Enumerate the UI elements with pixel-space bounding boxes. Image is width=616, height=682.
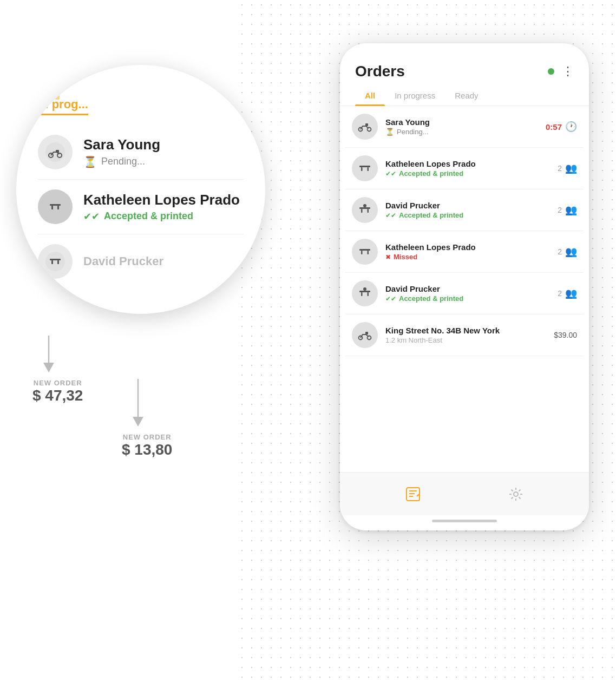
svg-rect-24 (368, 209, 369, 213)
order-people-katheleen-missed: 2 👥 (558, 246, 577, 258)
zoom-icon-scooter (38, 135, 73, 169)
zoom-sara-status: Pending... (101, 156, 145, 167)
zoom-katheleen-status: Accepted & printed (104, 211, 193, 222)
order-icon-table-1 (352, 155, 378, 181)
svg-rect-22 (359, 207, 370, 209)
phone-header: Orders ⋮ (340, 43, 589, 86)
svg-rect-26 (359, 249, 370, 251)
tab-ready[interactable]: Ready (445, 86, 488, 106)
order-name-king-street: King Street No. 34B New York (385, 326, 546, 335)
zoom-order-katheleen: Katheleen Lopes Prado ✔✔ Accepted & prin… (38, 180, 244, 234)
svg-marker-13 (43, 363, 54, 372)
order-icon-scooter-1 (352, 114, 378, 140)
phone-title: Orders (355, 63, 405, 80)
order-status-katheleen-missed: Missed (394, 253, 417, 261)
order-distance-king: 1.2 km North-East (385, 336, 442, 344)
svg-marker-15 (133, 417, 143, 427)
order-icon-table2-1 (352, 197, 378, 223)
phone-mockup: Orders ⋮ All In progress Ready (340, 43, 589, 530)
order-row-katheleen-1[interactable]: Katheleen Lopes Prado ✔✔ Accepted & prin… (345, 148, 584, 189)
svg-rect-21 (368, 167, 369, 171)
order-list: Sara Young ⏳ Pending... 0:57 🕐 (340, 106, 589, 472)
order-status-david-1: Accepted & printed (399, 211, 463, 219)
svg-rect-23 (361, 209, 363, 213)
tab-in-progress[interactable]: In progress (385, 86, 445, 106)
zoom-david-name: David Prucker (83, 254, 163, 268)
order-people-david-1: 2 👥 (558, 204, 577, 216)
zoom-icon-table2 (38, 244, 73, 279)
svg-rect-3 (56, 150, 59, 153)
order-status-david-2: Accepted & printed (399, 294, 463, 303)
annotation-2-label: NEW ORDER (122, 433, 172, 441)
zoom-order-david: David Prucker (38, 234, 244, 288)
svg-rect-18 (365, 123, 368, 126)
order-timer-sara: 0:57 🕐 (546, 121, 577, 133)
svg-rect-6 (51, 206, 53, 209)
order-row-david-2[interactable]: David Prucker ✔✔ Accepted & printed 2 👥 (345, 273, 584, 314)
order-people-david-2: 2 👥 (558, 287, 577, 299)
order-row-king-street[interactable]: King Street No. 34B New York 1.2 km Nort… (345, 314, 584, 356)
zoom-order-sara: Sara Young ⏳ Pending... (38, 125, 244, 180)
svg-rect-27 (361, 251, 363, 254)
svg-rect-7 (57, 206, 59, 209)
svg-point-4 (45, 197, 65, 217)
svg-rect-20 (361, 167, 363, 171)
zoom-icon-table (38, 189, 73, 224)
annotation-2-price: $ 13,80 (122, 441, 172, 458)
tab-all[interactable]: All (355, 86, 385, 106)
order-row-sara[interactable]: Sara Young ⏳ Pending... 0:57 🕐 (345, 106, 584, 148)
order-people-1: 2 👥 (558, 162, 577, 174)
svg-rect-30 (361, 292, 363, 296)
annotation-1-price: $ 47,32 (32, 387, 83, 404)
annotation-1: NEW ORDER $ 47,32 (32, 336, 83, 404)
nav-orders-icon[interactable] (404, 486, 422, 503)
order-row-david-1[interactable]: David Prucker ✔✔ Accepted & printed 2 👥 (345, 189, 584, 231)
annotation-1-label: NEW ORDER (32, 379, 83, 387)
order-row-katheleen-missed[interactable]: Katheleen Lopes Prado ✖ Missed 2 👥 (345, 231, 584, 273)
annotation-2: NEW ORDER $ 13,80 (122, 379, 172, 458)
order-icon-table2-2 (352, 280, 378, 306)
svg-rect-28 (368, 251, 369, 254)
svg-rect-11 (57, 260, 59, 264)
phone-home-bar (432, 520, 497, 522)
svg-rect-9 (50, 259, 61, 260)
svg-rect-35 (365, 332, 368, 335)
order-name-david-1: David Prucker (385, 201, 550, 210)
nav-settings-icon[interactable] (507, 486, 525, 503)
svg-rect-19 (359, 166, 370, 167)
phone-tabs: All In progress Ready (340, 86, 589, 106)
phone-header-icons: ⋮ (548, 65, 574, 77)
zoom-sara-name: Sara Young (83, 136, 160, 153)
order-name-katheleen-missed: Katheleen Lopes Prado (385, 242, 550, 252)
svg-rect-5 (50, 204, 61, 206)
zoom-circle: In prog... Sara Young ⏳ (16, 65, 265, 314)
svg-point-25 (363, 204, 366, 207)
zoom-tab-label: In prog... (38, 97, 88, 115)
svg-point-32 (363, 287, 366, 291)
order-status-katheleen-1: Accepted & printed (399, 169, 463, 178)
online-status-dot (548, 68, 554, 75)
order-name-sara: Sara Young (385, 117, 538, 127)
svg-point-40 (514, 492, 518, 496)
order-price-king: $39.00 (554, 331, 577, 339)
more-options-icon[interactable]: ⋮ (562, 65, 574, 77)
zoom-katheleen-name: Katheleen Lopes Prado (83, 192, 240, 208)
order-icon-scooter-2 (352, 322, 378, 348)
order-name-david-2: David Prucker (385, 284, 550, 293)
svg-point-8 (45, 252, 65, 271)
order-status-sara: Pending... (397, 128, 429, 136)
phone-bottom-nav (340, 472, 589, 515)
svg-rect-31 (368, 292, 369, 296)
svg-rect-29 (359, 291, 370, 292)
phone-home-bar-container (340, 515, 589, 530)
svg-rect-10 (51, 260, 53, 264)
order-icon-table-missed (352, 239, 378, 265)
order-name-katheleen-1: Katheleen Lopes Prado (385, 159, 550, 168)
